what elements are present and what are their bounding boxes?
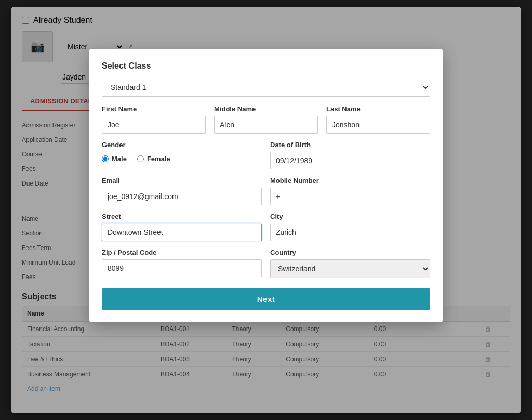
gender-female-radio[interactable] bbox=[137, 155, 144, 162]
modal-middle-name-field: Middle Name bbox=[214, 105, 318, 134]
dob-field: Date of Birth bbox=[270, 141, 430, 169]
modal-first-name-field: First Name bbox=[102, 105, 206, 134]
email-field: Email bbox=[102, 177, 262, 205]
country-select[interactable]: Switzerland Germany France USA bbox=[270, 259, 430, 278]
modal-btn-row: Next bbox=[102, 288, 430, 310]
gender-label: Gender bbox=[102, 141, 262, 149]
gender-female-option[interactable]: Female bbox=[137, 155, 170, 163]
email-label: Email bbox=[102, 177, 262, 185]
street-label: Street bbox=[102, 213, 262, 220]
mobile-field: Mobile Number bbox=[270, 177, 430, 205]
modal-title: Select Class bbox=[102, 61, 430, 71]
dob-label: Date of Birth bbox=[270, 141, 430, 149]
dob-input[interactable] bbox=[270, 152, 430, 169]
street-city-row: Street City bbox=[102, 213, 430, 241]
gender-options: Male Female bbox=[102, 155, 262, 166]
modal-middle-name-input[interactable] bbox=[214, 116, 318, 134]
street-field: Street bbox=[102, 213, 262, 241]
country-field: Country Switzerland Germany France USA bbox=[270, 248, 430, 278]
modal-first-name-input[interactable] bbox=[102, 116, 206, 134]
mobile-input[interactable] bbox=[270, 188, 430, 205]
zip-country-row: Zip / Postal Code Country Switzerland Ge… bbox=[102, 248, 430, 278]
street-input[interactable] bbox=[102, 224, 262, 241]
modal-last-name-input[interactable] bbox=[326, 116, 430, 134]
gender-female-label: Female bbox=[147, 155, 170, 163]
gender-male-radio[interactable] bbox=[102, 155, 109, 162]
city-input[interactable] bbox=[270, 224, 430, 241]
modal-middle-name-label: Middle Name bbox=[214, 105, 318, 113]
country-label: Country bbox=[270, 248, 430, 256]
email-mobile-row: Email Mobile Number bbox=[102, 177, 430, 205]
email-input[interactable] bbox=[102, 188, 262, 205]
gender-dob-row: Gender Male Female Date of Birth bbox=[102, 141, 430, 169]
gender-male-option[interactable]: Male bbox=[102, 155, 127, 163]
zip-input[interactable] bbox=[102, 259, 262, 277]
gender-field: Gender Male Female bbox=[102, 141, 262, 169]
gender-male-label: Male bbox=[112, 155, 127, 163]
class-select[interactable]: Standard 1 Standard 2 Standard 3 bbox=[102, 78, 430, 97]
name-fields-row: First Name Middle Name Last Name bbox=[102, 105, 430, 134]
city-field: City bbox=[270, 213, 430, 241]
main-window: Already Student 📷 Mister Miss Mrs Dr ↗ bbox=[11, 7, 521, 413]
modal-overlay: Select Class Standard 1 Standard 2 Stand… bbox=[11, 7, 521, 413]
mobile-label: Mobile Number bbox=[270, 177, 430, 185]
zip-field: Zip / Postal Code bbox=[102, 248, 262, 278]
zip-label: Zip / Postal Code bbox=[102, 248, 262, 256]
city-label: City bbox=[270, 213, 430, 220]
modal-first-name-label: First Name bbox=[102, 105, 206, 113]
next-button[interactable]: Next bbox=[102, 288, 430, 310]
modal-dialog: Select Class Standard 1 Standard 2 Stand… bbox=[89, 49, 443, 322]
modal-last-name-field: Last Name bbox=[326, 105, 430, 134]
modal-last-name-label: Last Name bbox=[326, 105, 430, 113]
